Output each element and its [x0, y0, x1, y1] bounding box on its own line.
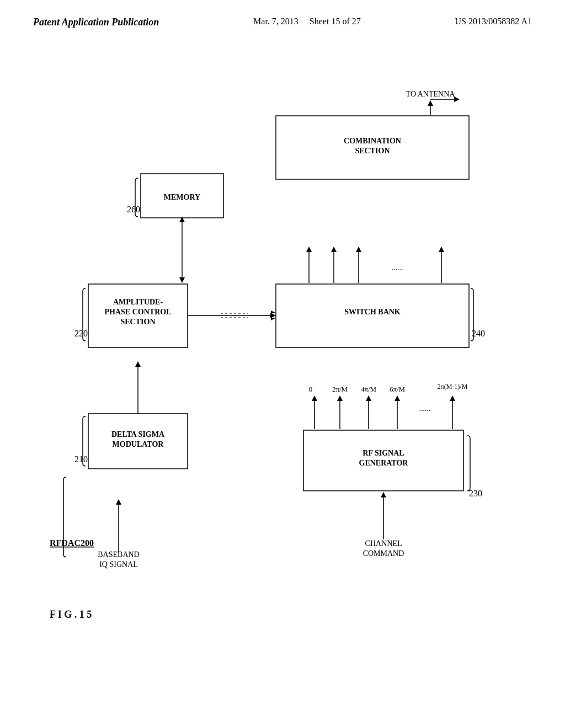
sheet-info: Sheet 15 of 27	[310, 17, 361, 26]
svg-marker-16	[312, 395, 317, 401]
label-220: 220	[74, 329, 88, 338]
phase-2pi-m-label: 2π/M	[332, 385, 348, 393]
svg-marker-20	[366, 395, 371, 401]
phase-dots-label: ......	[419, 404, 431, 413]
publication-date-sheet: Mar. 7, 2013 Sheet 15 of 27	[253, 17, 361, 26]
channel-command-text1: CHANNEL	[365, 539, 402, 548]
switch-dots-label: ......	[392, 264, 403, 272]
channel-command-text2: COMMAND	[363, 549, 404, 558]
phase-0-label: 0	[309, 385, 313, 393]
svg-marker-7	[270, 313, 276, 318]
fig-label: F I G . 1 5	[50, 609, 92, 620]
circuit-diagram: RFDAC200 BASEBAND IQ SIGNAL 210 DELTA SI…	[33, 66, 530, 645]
label-230: 230	[469, 489, 482, 498]
svg-marker-30	[356, 247, 361, 252]
svg-marker-36	[454, 97, 460, 102]
memory-text: MEMORY	[164, 193, 200, 201]
svg-marker-3	[135, 361, 141, 367]
label-260: 260	[127, 205, 140, 214]
svg-marker-1	[116, 499, 121, 505]
phase-6pi-m-label: 6π/M	[390, 385, 406, 393]
svg-marker-28	[331, 247, 337, 252]
svg-marker-22	[395, 395, 400, 401]
svg-marker-14	[381, 492, 386, 497]
rfdac-label: RFDAC200	[50, 538, 94, 548]
patent-number: US 2013/0058382 A1	[455, 17, 532, 26]
delta-sigma-text2: MODULATOR	[113, 440, 164, 448]
combination-text2: SECTION	[355, 147, 390, 155]
phase-4pi-m-label: 4π/M	[361, 385, 377, 393]
svg-marker-26	[306, 247, 312, 252]
amplitude-phase-text2: PHASE CONTROL	[105, 308, 172, 316]
to-antenna-text: TO ANTENNA	[406, 90, 456, 98]
svg-marker-34	[428, 100, 433, 106]
delta-sigma-text1: DELTA SIGMA	[111, 430, 165, 438]
publication-label: Patent Application Publication	[33, 17, 159, 28]
amplitude-phase-text3: SECTION	[120, 318, 155, 326]
phase-2pi-m1-label: 2π(M-1)/M	[438, 383, 468, 390]
svg-marker-24	[450, 395, 455, 401]
rf-signal-text2: GENERATOR	[359, 459, 409, 467]
rf-signal-text1: RF SIGNAL	[363, 449, 404, 457]
svg-marker-11	[179, 277, 185, 283]
combination-text1: COMBINATION	[344, 137, 401, 145]
page-header: Patent Application Publication Mar. 7, 2…	[0, 0, 565, 34]
amplitude-phase-text1: AMPLITUDE-	[113, 298, 163, 306]
svg-marker-18	[337, 395, 343, 401]
switch-bank-text1: SWITCH BANK	[344, 308, 401, 316]
svg-marker-32	[439, 247, 444, 252]
label-210: 210	[74, 454, 88, 464]
page: Patent Application Publication Mar. 7, 2…	[0, 0, 565, 728]
pub-date: Mar. 7, 2013	[253, 17, 299, 26]
iq-signal-label: IQ SIGNAL	[99, 560, 138, 569]
